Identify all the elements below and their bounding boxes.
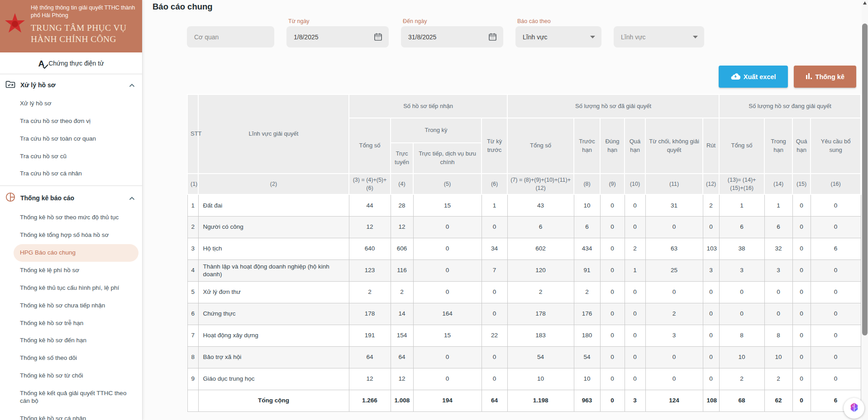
sidebar-item[interactable]: Thống kê kết quả giải quyết TTHC theo cá… — [0, 385, 142, 410]
bar-chart-icon — [806, 73, 812, 81]
value-cell: 0 — [792, 325, 811, 346]
tu-ngay-date-input[interactable]: 1/8/2025 — [286, 26, 389, 47]
org-name: TRUNG TÂM PHỤC VỤ HÀNH CHÍNH CÔNG — [31, 22, 137, 45]
col-header: Tổng số — [719, 118, 764, 174]
value-cell: 0 — [625, 325, 645, 346]
value-cell: 9 — [187, 368, 198, 390]
value-cell: 0 — [413, 216, 482, 238]
value-cell: 0 — [482, 368, 507, 390]
sidebar-item[interactable]: Thống kê tổng hợp số hóa hồ sơ — [0, 227, 142, 244]
value-cell: 0 — [645, 216, 703, 238]
value-cell: 3 — [764, 260, 792, 281]
col-header-stt: STT — [187, 94, 198, 174]
chevron-up-icon[interactable] — [129, 81, 135, 89]
sidebar-item[interactable]: Thống kê hồ sơ trễ hạn — [0, 315, 142, 332]
report-table-header: STT Lĩnh vực giải quyết Số hồ sơ tiếp nh… — [187, 94, 861, 194]
calendar-icon[interactable] — [374, 33, 382, 41]
col-number: (6) — [482, 174, 507, 194]
linh-vuc-cell: Xử lý đơn thư — [198, 281, 349, 303]
col-number: (8) — [574, 174, 600, 194]
sidebar-item[interactable]: Thống kê hồ sơ từ chối — [0, 367, 142, 385]
value-cell: 0 — [792, 281, 811, 303]
sidebar-item[interactable]: Tra cứu hồ sơ cũ — [0, 148, 142, 165]
sidebar-item[interactable]: Tra cứu hồ sơ cá nhân — [0, 165, 142, 183]
filter-bar: Cơ quan Từ ngày 1/8/2025 Đến ngày 31/8/2… — [187, 18, 868, 47]
value-cell: 178 — [349, 303, 391, 325]
value-cell: 91 — [574, 260, 600, 281]
col-number: (1) — [187, 174, 198, 194]
value-cell: 0 — [703, 368, 719, 390]
table-row: 9Giáo dục trung học121200101000002200 — [187, 368, 861, 390]
sidebar-item[interactable]: Tra cứu hồ sơ theo đơn vị — [0, 113, 142, 130]
value-cell: 2 — [574, 281, 600, 303]
group-header-dang-giai-quyet: Số lượng hồ sơ đang giải quyết — [719, 94, 861, 118]
group-header-tiep-nhan: Số hồ sơ tiếp nhận — [349, 94, 507, 118]
sidebar-item[interactable]: Thống kê lệ phí hồ sơ — [0, 262, 142, 279]
value-cell: 0 — [719, 303, 764, 325]
sidebar: Hệ thống thông tin giải quyết TTHC thành… — [0, 0, 143, 420]
value-cell: 0 — [625, 194, 645, 216]
value-cell: 434 — [574, 238, 600, 260]
linh-vuc-select[interactable]: Lĩnh vực — [614, 26, 704, 47]
col-number: (9) — [600, 174, 625, 194]
value-cell: 0 — [413, 281, 482, 303]
vertical-scrollbar[interactable] — [862, 0, 868, 420]
thong-ke-button[interactable]: Thống kê — [794, 66, 856, 88]
sidebar-item[interactable]: Xử lý hồ sơ — [0, 95, 142, 113]
col-number: (10) — [625, 174, 645, 194]
value-cell: 0 — [811, 194, 861, 216]
sidebar-item[interactable]: Thống kê hồ sơ theo mức độ thủ tục — [0, 209, 142, 227]
value-cell: 3 — [645, 325, 703, 346]
total-value-cell: 0 — [600, 390, 625, 411]
value-cell: 64 — [391, 346, 413, 368]
den-ngay-date-input[interactable]: 31/8/2025 — [401, 26, 503, 47]
sidebar-item[interactable]: Thống kê hồ sơ chưa tiếp nhận — [0, 297, 142, 315]
bao-cao-theo-value: Lĩnh vực — [523, 33, 548, 41]
total-value-cell: 64 — [482, 390, 507, 411]
sidebar-section-xu-ly-ho-so[interactable]: Xử lý hồ sơ — [0, 74, 142, 95]
value-cell: 0 — [482, 303, 507, 325]
value-cell: 0 — [413, 238, 482, 260]
sidebar-item[interactable]: Thống kê thủ tục cấu hình phí, lệ phí — [0, 279, 142, 297]
calendar-icon[interactable] — [488, 33, 497, 41]
total-label: Tổng cộng — [198, 390, 349, 411]
value-cell: 0 — [719, 281, 764, 303]
value-cell: 180 — [574, 325, 600, 346]
value-cell: 640 — [349, 238, 391, 260]
col-number: (15) — [792, 174, 811, 194]
export-excel-button[interactable]: Xuất excel — [719, 66, 788, 88]
total-value-cell: 62 — [764, 390, 792, 411]
value-cell: 0 — [811, 281, 861, 303]
col-number: (2) — [198, 174, 349, 194]
value-cell: 54 — [574, 346, 600, 368]
value-cell: 25 — [645, 260, 703, 281]
sidebar-item[interactable]: Thống kê hồ sơ đến hạn — [0, 332, 142, 349]
value-cell: 7 — [482, 260, 507, 281]
value-cell: 3 — [703, 260, 719, 281]
sidebar-item[interactable]: Thống kê hồ sơ cá nhân — [0, 410, 142, 420]
value-cell: 6 — [574, 216, 600, 238]
value-cell: 2 — [645, 303, 703, 325]
co-quan-input[interactable]: Cơ quan — [187, 26, 274, 47]
thong-ke-label: Thống kê — [816, 73, 844, 80]
sidebar-item[interactable]: Tra cứu hồ sơ toàn cơ quan — [0, 130, 142, 148]
value-cell: 0 — [792, 260, 811, 281]
bao-cao-theo-select[interactable]: Lĩnh vực — [515, 26, 601, 47]
col-number: (4) — [391, 174, 413, 194]
total-stt-cell — [187, 390, 198, 411]
col-header-linh-vuc: Lĩnh vực giải quyết — [198, 94, 349, 174]
assistant-fab-button[interactable] — [844, 398, 864, 419]
scrollbar-thumb[interactable] — [862, 24, 868, 335]
sidebar-section-thong-ke-bao-cao[interactable]: Thống kê báo cáo — [0, 186, 142, 209]
total-value-cell: 1.008 — [391, 390, 413, 411]
value-cell: 2 — [764, 368, 792, 390]
value-cell: 0 — [811, 303, 861, 325]
value-cell: 0 — [600, 303, 625, 325]
sidebar-item-chung-thuc-dien-tu[interactable]: A Chứng thực điện tử — [0, 52, 142, 74]
sidebar-item[interactable]: Thống kê số theo dõi — [0, 349, 142, 367]
col-header: Đúng hạn — [600, 118, 625, 174]
scroll-up-arrow[interactable] — [863, 1, 867, 5]
value-cell: 64 — [349, 346, 391, 368]
chevron-up-icon[interactable] — [129, 194, 135, 202]
sidebar-item[interactable]: HPG Báo cáo chung — [14, 244, 138, 262]
